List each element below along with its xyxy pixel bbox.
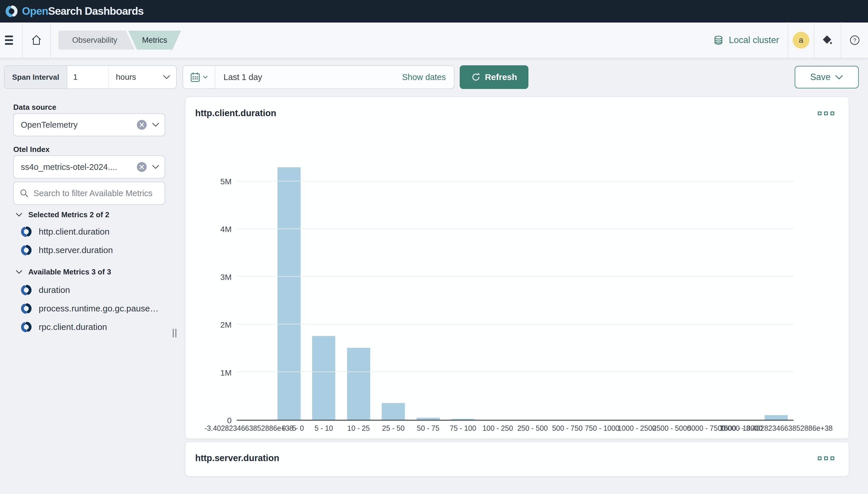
breadcrumb: Observability Metrics — [58, 31, 181, 50]
divider — [50, 22, 51, 58]
breadcrumb-observability[interactable]: Observability — [58, 31, 135, 50]
chevron-down-icon — [203, 75, 208, 79]
selected-metrics-title: Selected Metrics 2 of 2 — [28, 210, 109, 219]
x-labels-row: -3.4028234663852886e+38 - 00 - 55 - 1010… — [237, 424, 793, 433]
metric-item-label: rpc.client.duration — [39, 322, 107, 332]
bar — [451, 419, 474, 420]
data-source-value: OpenTelemetry — [21, 120, 136, 130]
chevron-down-icon — [152, 122, 159, 127]
plot-area — [237, 167, 793, 421]
metric-item[interactable]: http.server.duration — [20, 241, 176, 260]
metric-item-label: http.client.duration — [39, 227, 110, 236]
span-interval-input[interactable] — [67, 66, 108, 89]
x-tick-label: 25 - 50 — [382, 424, 405, 433]
menu-button[interactable] — [0, 22, 22, 58]
otel-index-label: Otel Index — [13, 145, 50, 154]
hamburger-icon — [5, 34, 17, 47]
x-tick-label: 500 - 750 — [552, 424, 583, 433]
theme-button[interactable] — [814, 22, 841, 58]
visualization-panel-http-server-duration: http.server.duration — [185, 441, 849, 477]
metric-item[interactable]: duration — [20, 281, 176, 299]
metric-item[interactable]: rpc.client.duration — [20, 318, 176, 336]
app-title: OpenSearch Dashboards — [22, 5, 143, 17]
y-tick-label: 5M — [185, 177, 232, 186]
panel-title: http.server.duration — [195, 453, 279, 463]
clear-selection-icon[interactable] — [136, 119, 147, 130]
search-icon — [20, 189, 29, 198]
svg-text:?: ? — [853, 37, 856, 43]
metric-item-label: http.server.duration — [39, 245, 113, 255]
breadcrumb-metrics: Metrics — [128, 31, 181, 50]
x-tick-label: 100 - 250 — [482, 424, 513, 433]
span-unit-select[interactable]: hours — [108, 66, 176, 89]
help-button[interactable]: ? — [842, 22, 868, 58]
date-range-value[interactable]: Last 1 day — [215, 66, 394, 89]
y-tick-label: 2M — [185, 320, 232, 330]
opensearch-metric-icon — [20, 320, 33, 334]
date-picker: Last 1 day Show dates — [182, 65, 454, 89]
home-icon — [30, 34, 43, 47]
database-icon — [713, 35, 724, 45]
cluster-selector[interactable]: Local cluster — [705, 22, 788, 58]
x-tick-label: 75 - 100 — [450, 424, 476, 433]
avatar: a — [793, 32, 809, 49]
bar — [347, 348, 370, 420]
gridline — [237, 276, 793, 277]
chevron-down-icon — [835, 75, 843, 80]
selected-metrics-header[interactable]: Selected Metrics 2 of 2 — [16, 210, 109, 219]
gridline — [237, 229, 793, 229]
refresh-label: Refresh — [485, 72, 517, 82]
visualization-panel-http-client-duration: http.client.duration 01M2M3M4M5M -3.4028… — [185, 96, 849, 439]
metric-item[interactable]: http.client.duration — [20, 223, 176, 241]
panel-actions-button[interactable] — [816, 455, 836, 462]
show-dates-link[interactable]: Show dates — [394, 66, 454, 89]
sidebar-resize-handle[interactable] — [173, 329, 179, 338]
opensearch-logo-icon — [4, 4, 19, 19]
gridline — [237, 324, 793, 324]
quick-select-button[interactable] — [183, 66, 215, 89]
chevron-down-icon — [152, 165, 159, 169]
x-tick-label: 10 - 25 — [348, 424, 370, 433]
bar — [382, 403, 405, 420]
selected-metrics-list: http.client.duration http.server.duratio… — [20, 223, 176, 260]
span-interval-group: Span Interval hours — [4, 65, 177, 89]
chevron-down-icon — [163, 75, 170, 79]
opensearch-metric-icon — [20, 302, 33, 315]
otel-index-combobox[interactable]: ss4o_metrics-otel-2024.... — [13, 155, 165, 178]
available-metrics-list: duration process.runtime.go.gc.pause… rp… — [20, 281, 176, 336]
opensearch-logo[interactable]: OpenSearch Dashboards — [4, 4, 143, 19]
y-tick-label: 4M — [185, 225, 232, 234]
app-header-bar: OpenSearch Dashboards — [0, 0, 868, 22]
gridline — [237, 372, 793, 372]
opensearch-metric-icon — [20, 225, 33, 238]
span-interval-label: Span Interval — [5, 66, 67, 89]
opensearch-metric-icon — [20, 244, 33, 257]
y-tick-label: 1M — [185, 368, 232, 378]
clear-selection-icon[interactable] — [136, 162, 147, 172]
user-avatar-button[interactable]: a — [788, 22, 814, 58]
toolbar: Span Interval hours Last 1 day — [0, 65, 868, 89]
navigation-bar: Observability Metrics Local cluster a — [0, 22, 868, 58]
x-tick-label: 2500 - 5000 — [653, 424, 691, 433]
opensearch-metric-icon — [20, 283, 33, 297]
available-metrics-header[interactable]: Available Metrics 3 of 3 — [16, 267, 111, 277]
calendar-icon — [190, 72, 200, 83]
metric-item[interactable]: process.runtime.go.gc.pause… — [20, 299, 176, 318]
data-source-label: Data source — [13, 103, 56, 112]
x-tick-label: 250 - 500 — [517, 424, 548, 433]
metrics-search-box — [13, 182, 165, 205]
save-button[interactable]: Save — [795, 66, 859, 89]
chevron-down-icon — [16, 213, 22, 217]
x-tick-label: 10000 - 3.4028234663852886e+38 — [719, 424, 832, 433]
metrics-search-input[interactable] — [34, 189, 160, 198]
save-label: Save — [810, 72, 831, 82]
bar-chart: 01M2M3M4M5M -3.4028234663852886e+38 - 00… — [185, 97, 849, 439]
x-tick-label: 50 - 75 — [417, 424, 439, 433]
home-button[interactable] — [22, 22, 50, 58]
data-source-combobox[interactable]: OpenTelemetry — [13, 113, 165, 136]
otel-index-value: ss4o_metrics-otel-2024.... — [21, 163, 136, 172]
nav-right-tools: Local cluster a ? — [705, 22, 868, 58]
paint-bucket-icon — [822, 34, 833, 46]
span-unit-value: hours — [116, 73, 136, 82]
refresh-button[interactable]: Refresh — [460, 65, 528, 89]
